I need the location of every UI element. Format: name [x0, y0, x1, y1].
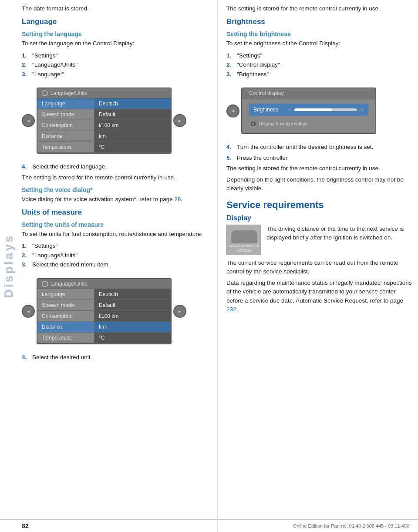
units-step-3: 3. Select the desired menu item. [22, 260, 208, 269]
lang-units-body-1: Language: Deutsch Speech mode: Default C… [37, 98, 171, 153]
nav-right-1: ► [173, 114, 186, 127]
units-row-distance: Distance: km [37, 322, 171, 333]
service-text-3: Data regarding the maintenance status or… [226, 279, 414, 314]
nav-left-2: ◄ [22, 305, 35, 318]
language-step-3: 3. "Language:" [22, 70, 208, 79]
brightness-intro: To set the brightness of the Control Dis… [226, 39, 414, 48]
car-shape [231, 230, 257, 243]
brightness-stored: The setting is stored for the remote con… [226, 164, 414, 173]
lang-row-speech: Speech mode: Default [37, 109, 171, 120]
language-step-2: 2. "Language/Units" [22, 60, 208, 70]
brightness-steps-list: 1. "Settings" 2. "Control display" 3. "B… [226, 51, 414, 79]
service-label-top: Service in 5600 mls [229, 244, 259, 249]
nav-brightness-left: ◄ [226, 104, 239, 118]
service-page-link[interactable]: 232 [226, 306, 236, 313]
language-step-4: 4. Select the desired language. [22, 162, 208, 171]
service-label-bottom: 12/2009 [237, 249, 251, 253]
brightness-track [294, 108, 357, 111]
footer-text: Online Edition for Part no. 01 40 2 606 … [293, 523, 409, 529]
gear-icon-1 [42, 90, 48, 96]
units-step-1: 1. "Settings" [22, 241, 208, 251]
brightness-plus-icon: + [361, 106, 364, 113]
page-number: 82 [22, 522, 29, 529]
units-step-2: 2. "Language/Units" [22, 251, 208, 260]
brightness-step-2: 2. "Control display" [226, 60, 414, 70]
lang-units-header-1: Language/Units [37, 88, 171, 98]
language-units-mock-2: ◄ Language/Units Language: Deutsch Speec… [22, 274, 208, 349]
brightness-header: Control display [242, 88, 375, 98]
language-units-mock-1: ◄ Language/Units Language: Deutsch Speec… [22, 83, 208, 158]
lang-row-temperature: Temperature: °C [37, 142, 171, 153]
page-footer: 82 Online Edition for Part no. 01 40 2 6… [0, 519, 418, 532]
display-settings-row: Display driving settings [249, 119, 368, 128]
units-row-speech: Speech mode: Default [37, 300, 171, 311]
units-step-4: 4. Select the desired unit. [22, 353, 208, 362]
brightness-mock-outer: ◄ Control display Brightness − + [226, 83, 414, 138]
language-step-1: 1. "Settings" [22, 51, 208, 61]
brightness-label: Brightness [253, 107, 284, 113]
lang-row-language: Language: Deutsch [37, 98, 171, 109]
nav-left-1: ◄ [22, 114, 35, 127]
date-format-stored: The date format is stored. [22, 4, 208, 13]
service-image-block: Service in 5600 mls 12/2009 The driving … [226, 225, 414, 255]
brightness-heading: Brightness [226, 17, 414, 26]
lang-units-body-2: Language: Deutsch Speech mode: Default C… [37, 289, 171, 343]
right-column: The setting is stored for the remote con… [218, 0, 418, 532]
lang-row-consumption: Consumption: l/100 km [37, 120, 171, 131]
service-text-1: The driving distance or the time to the … [266, 225, 414, 255]
voice-dialog-link[interactable]: 26 [174, 196, 181, 202]
brightness-step-3: 3. "Brightness" [226, 70, 414, 79]
setting-language-heading: Setting the language [22, 30, 208, 37]
display-sub-heading: Display [226, 214, 414, 222]
brightness-body: Brightness − + Display driving settings [242, 98, 375, 133]
voice-dialog-heading: Setting the voice dialog* [22, 186, 208, 193]
language-stored: The setting is stored for the remote con… [22, 173, 208, 182]
service-text-2: The current service requirements can be … [226, 259, 414, 276]
gear-icon-2 [42, 281, 48, 287]
lang-units-header-2: Language/Units [37, 279, 171, 289]
brightness-step-5: 5. Press the controller. [226, 154, 414, 162]
service-image: Service in 5600 mls 12/2009 [226, 225, 261, 255]
brightness-minus-icon: − [287, 106, 291, 113]
units-row-consumption: Consumption: l/100 km [37, 311, 171, 322]
lang-units-menu-1: Language/Units Language: Deutsch Speech … [37, 88, 172, 154]
lang-units-title-2: Language/Units [51, 281, 87, 287]
brightness-slider-row: Brightness − + [249, 104, 368, 116]
units-heading: Units of measure [22, 208, 208, 217]
units-row-temperature: Temperature: °C [37, 333, 171, 343]
brightness-menu: Control display Brightness − + Display d… [241, 88, 376, 134]
left-column: The date format is stored. Language Sett… [17, 0, 218, 532]
brightness-step-1: 1. "Settings" [226, 51, 414, 61]
setting-brightness-heading: Setting the brightness [226, 30, 414, 37]
units-sub-heading: Setting the units of measure [22, 221, 208, 228]
lang-units-menu-2: Language/Units Language: Deutsch Speech … [37, 278, 172, 344]
brightness-note: Depending on the light conditions, the b… [226, 175, 414, 193]
control-display-title: Control display [249, 90, 283, 96]
brightness-fill [294, 108, 332, 111]
units-row-language: Language: Deutsch [37, 289, 171, 300]
nav-right-2: ► [173, 305, 186, 318]
language-heading: Language [22, 17, 208, 26]
lang-row-distance: Distance: km [37, 131, 171, 142]
brightness-step-4: 4. Turn the controller until the desired… [226, 143, 414, 152]
service-requirements-heading: Service requirements [226, 199, 414, 211]
display-settings-label: Display driving settings [259, 121, 308, 126]
right-intro: The setting is stored for the remote con… [226, 4, 414, 13]
language-steps-list: 1. "Settings" 2. "Language/Units" 3. "La… [22, 51, 208, 79]
voice-dialog-text: Voice dialog for the voice activation sy… [22, 195, 208, 204]
display-settings-checkbox [251, 121, 256, 126]
service-requirements-section: Service requirements Display Service in … [226, 199, 414, 314]
units-steps-list: 1. "Settings" 2. "Language/Units" 3. Sel… [22, 241, 208, 269]
sidebar-label: Displays [0, 0, 17, 532]
units-intro: To set the units for fuel consumption, r… [22, 230, 208, 239]
lang-units-title-1: Language/Units [51, 90, 87, 96]
setting-language-intro: To set the language on the Control Displ… [22, 39, 208, 48]
